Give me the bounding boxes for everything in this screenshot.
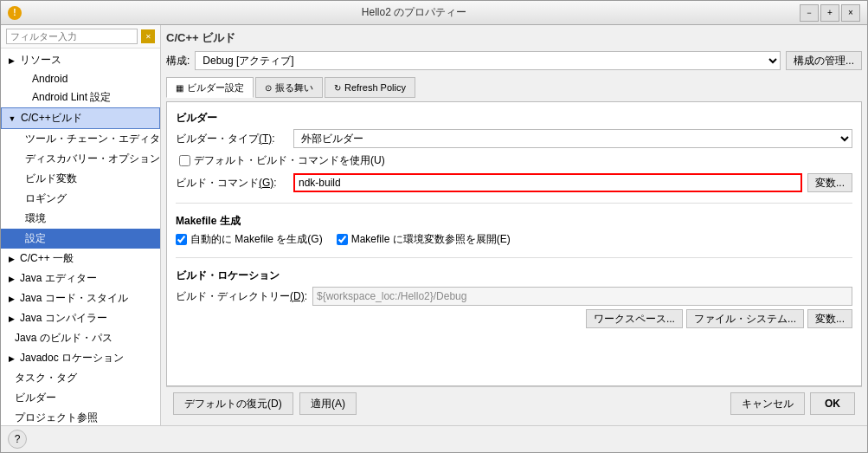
filter-bar: ✕ xyxy=(1,25,160,49)
build-command-label-text: ビルド・コマンド xyxy=(176,177,259,189)
build-dir-input[interactable]: ${workspace_loc:/Hello2}/Debug xyxy=(312,287,852,306)
minimize-button[interactable]: － xyxy=(800,4,819,22)
content-box: ビルダー ビルダー・タイプ(T): 外部ビルダー デフォルト・ビルド・コマンドを… xyxy=(166,101,862,386)
tree-arrow-java-code-style: ▶ xyxy=(6,294,16,304)
apply-button[interactable]: 適用(A) xyxy=(299,392,357,415)
title-bar: ! Hello2 のプロパティー － + × xyxy=(1,1,867,25)
location-vars-button[interactable]: 変数... xyxy=(807,309,852,328)
main-panel: C/C++ ビルド 構成: Debug [アクティブ] 構成の管理... ▦ ビ… xyxy=(161,25,867,425)
sidebar-label-logging: ロギング xyxy=(25,191,67,206)
help-icon[interactable]: ? xyxy=(8,430,27,449)
default-build-cmd-row: デフォルト・ビルド・コマンドを使用(U) xyxy=(176,153,852,168)
ok-button[interactable]: OK xyxy=(810,392,855,415)
makefile-section-title: Makefile 生成 xyxy=(176,214,852,229)
env-makefile-checkbox[interactable] xyxy=(337,234,348,245)
env-makefile-row: Makefile に環境変数参照を展開(E) xyxy=(337,232,511,247)
refresh-policy-icon: ↻ xyxy=(334,83,341,93)
builder-type-row: ビルダー・タイプ(T): 外部ビルダー xyxy=(176,129,852,148)
cancel-button[interactable]: キャンセル xyxy=(730,392,805,415)
tab-refresh-policy-label: Refresh Policy xyxy=(344,82,406,93)
sidebar-label-project-ref: プロジェクト参照 xyxy=(15,411,98,425)
builder-settings-icon: ▦ xyxy=(176,83,183,93)
builder-type-shortcut: (T) xyxy=(259,133,272,145)
builder-section-title: ビルダー xyxy=(176,111,852,126)
sidebar-item-cpp-general[interactable]: ▶ C/C++ 一般 xyxy=(1,249,160,269)
makefile-section: Makefile 生成 自動的に Makefile を生成(G) Makefil… xyxy=(176,214,852,247)
build-dir-label: ビルド・ディレクトリー(D): xyxy=(176,289,307,304)
bottom-left-buttons: デフォルトの復元(D) 適用(A) xyxy=(173,392,357,415)
sidebar-tree: ▶ リソース ▶ Android ▶ Android Lint 設定 ▼ C/C… xyxy=(1,49,160,425)
main-window: ! Hello2 のプロパティー － + × ✕ ▶ リソース xyxy=(0,0,868,453)
content-area: ✕ ▶ リソース ▶ Android ▶ Android Lint 設定 xyxy=(1,25,867,425)
maximize-button[interactable]: + xyxy=(820,4,839,22)
config-row: 構成: Debug [アクティブ] 構成の管理... xyxy=(166,51,862,70)
sidebar-label-env: 環境 xyxy=(25,211,46,226)
config-select[interactable]: Debug [アクティブ] xyxy=(195,51,781,70)
sidebar-label-resource: リソース xyxy=(20,53,61,68)
sidebar-label-build-vars: ビルド変数 xyxy=(25,171,77,186)
workspace-button[interactable]: ワークスペース... xyxy=(586,309,683,328)
sidebar-item-settings[interactable]: 設定 xyxy=(1,229,160,249)
sidebar-item-java-editor[interactable]: ▶ Java エディター xyxy=(1,269,160,288)
builder-type-select[interactable]: 外部ビルダー xyxy=(293,129,852,148)
build-command-input[interactable]: ndk-build xyxy=(293,173,802,192)
location-buttons: ワークスペース... ファイル・システム... 変数... xyxy=(176,309,852,328)
default-build-label: デフォルト・ビルド・コマンドを使用(U) xyxy=(194,153,385,168)
panel-title: C/C++ ビルド xyxy=(166,30,862,46)
sidebar-item-discovery[interactable]: ディスカバリー・オプション xyxy=(1,149,160,169)
sidebar-item-builder[interactable]: ビルダー xyxy=(1,388,160,408)
sidebar-label-android: Android xyxy=(32,73,68,85)
divider-2 xyxy=(176,257,852,258)
tree-arrow-cpp-general: ▶ xyxy=(6,254,16,264)
sidebar-item-cpp-build[interactable]: ▼ C/C++ビルド xyxy=(1,107,160,129)
sidebar-label-java-code-style: Java コード・スタイル xyxy=(20,291,128,306)
sidebar-item-build-vars[interactable]: ビルド変数 xyxy=(1,169,160,189)
variables-button[interactable]: 変数... xyxy=(807,173,852,192)
default-build-checkbox[interactable] xyxy=(179,155,190,166)
tab-builder-settings[interactable]: ▦ ビルダー設定 xyxy=(166,77,254,98)
tab-behavior[interactable]: ⊙ 振る舞い xyxy=(255,77,323,98)
build-command-row: ビルド・コマンド(G): ndk-build 変数... xyxy=(176,173,852,192)
filesystem-button[interactable]: ファイル・システム... xyxy=(686,309,804,328)
sidebar-label-javadoc-location: Javadoc ロケーション xyxy=(20,351,124,366)
sidebar-label-cpp-general: C/C++ 一般 xyxy=(20,251,74,266)
sidebar-label-task-tag: タスク・タグ xyxy=(15,371,77,385)
sidebar-item-task-tag[interactable]: タスク・タグ xyxy=(1,368,160,388)
sidebar-label-discovery: ディスカバリー・オプション xyxy=(25,152,160,166)
window-title: Hello2 のプロパティー xyxy=(29,5,800,20)
tab-builder-settings-label: ビルダー設定 xyxy=(187,81,244,94)
filter-input[interactable] xyxy=(6,29,138,44)
config-manage-button[interactable]: 構成の管理... xyxy=(786,51,862,70)
sidebar-label-java-editor: Java エディター xyxy=(20,271,97,286)
bottom-buttons: デフォルトの復元(D) 適用(A) キャンセル OK xyxy=(166,386,862,420)
sidebar-item-project-ref[interactable]: プロジェクト参照 xyxy=(1,408,160,425)
sidebar-label-java-compiler: Java コンパイラー xyxy=(20,311,107,326)
build-dir-label-text: ビルド・ディレクトリー xyxy=(176,290,290,302)
tab-refresh-policy[interactable]: ↻ Refresh Policy xyxy=(325,77,415,98)
sidebar-item-tool-chain[interactable]: ツール・チェーン・エディター xyxy=(1,129,160,149)
bottom-right-buttons: キャンセル OK xyxy=(730,392,855,415)
sidebar-item-javadoc-location[interactable]: ▶ Javadoc ロケーション xyxy=(1,348,160,368)
status-bar: ? xyxy=(1,425,867,452)
builder-section: ビルダー ビルダー・タイプ(T): 外部ビルダー デフォルト・ビルド・コマンドを… xyxy=(176,111,852,192)
tree-arrow-resource: ▶ xyxy=(6,55,16,66)
sidebar-label-cpp-build: C/C++ビルド xyxy=(21,111,82,126)
sidebar-item-android[interactable]: ▶ Android xyxy=(1,70,160,87)
builder-type-label: ビルダー・タイプ(T): xyxy=(176,132,288,146)
sidebar-label-builder: ビルダー xyxy=(15,391,56,405)
close-button[interactable]: × xyxy=(841,4,860,22)
sidebar-item-java-compiler[interactable]: ▶ Java コンパイラー xyxy=(1,308,160,328)
sidebar-item-resource[interactable]: ▶ リソース xyxy=(1,50,160,70)
sidebar-item-env[interactable]: 環境 xyxy=(1,209,160,229)
auto-makefile-checkbox[interactable] xyxy=(176,234,187,245)
restore-defaults-button[interactable]: デフォルトの復元(D) xyxy=(173,392,293,415)
divider-1 xyxy=(176,203,852,204)
tree-arrow-java-compiler: ▶ xyxy=(6,314,16,324)
sidebar-item-java-code-style[interactable]: ▶ Java コード・スタイル xyxy=(1,288,160,308)
filter-clear-button[interactable]: ✕ xyxy=(141,29,155,43)
tree-arrow-java-editor: ▶ xyxy=(6,274,16,284)
sidebar-item-android-lint[interactable]: ▶ Android Lint 設定 xyxy=(1,87,160,107)
sidebar-item-java-build-path[interactable]: Java のビルド・パス xyxy=(1,328,160,348)
sidebar-item-logging[interactable]: ロギング xyxy=(1,189,160,209)
build-command-shortcut: (G) xyxy=(259,177,273,189)
